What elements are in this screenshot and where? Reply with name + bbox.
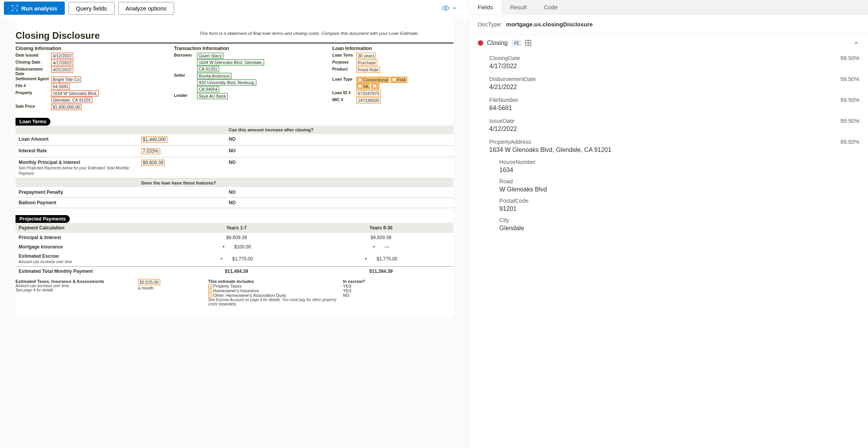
field-key: PropertyAddress <box>489 139 531 145</box>
inescrow-1: YES <box>343 284 392 288</box>
document-preview-pane: Run analysis Query fields Analyze option… <box>0 0 469 448</box>
subfield-row[interactable]: CityGlendale <box>469 215 868 234</box>
status-dot-icon <box>478 40 483 46</box>
borrower-addr2: CA 91201 <box>197 66 219 72</box>
eye-icon <box>442 5 450 11</box>
pi-label: Principal & Interest <box>16 233 164 242</box>
loan-purpose-value: Purchase <box>356 60 377 66</box>
mpi-label: Monthly Principal & Interest <box>19 160 80 165</box>
group-name: Closing <box>487 40 508 47</box>
lender-label: Lender <box>174 93 197 98</box>
closing-date-value: 4/17/2022 <box>51 60 73 66</box>
group-closing[interactable]: Closing #1 <box>469 34 868 52</box>
file-value: 64-5681 <box>51 83 70 90</box>
field-confidence: 99.50% <box>840 55 859 61</box>
transaction-info-heading: Transaction Information <box>174 46 328 51</box>
chevron-up-icon <box>853 40 859 46</box>
tabs: Fields Result Code <box>469 0 868 15</box>
field-value: 4/12/2022 <box>489 126 859 133</box>
loan-term-label: Loan Term <box>332 53 356 57</box>
mi-y1: $100.00 <box>234 244 251 250</box>
doc-note: This form is a statement of final loan t… <box>199 30 453 41</box>
subfield-row[interactable]: PostalCode91201 <box>469 195 868 215</box>
balloon-answer: NO <box>226 198 453 208</box>
subfield-row[interactable]: RoadW Glenoaks Blvd <box>469 176 868 195</box>
lender-value: Skye AU Bank <box>197 93 227 99</box>
field-confidence: 99.50% <box>840 139 859 145</box>
field-key: IssueDate <box>489 118 515 124</box>
taxes-per: a month <box>138 286 154 290</box>
terms-question: Can this amount increase after closing? <box>226 126 453 134</box>
scan-icon <box>11 5 18 12</box>
chevron-down-icon <box>452 5 457 11</box>
mi-label: Mortgage Insurance <box>16 242 164 252</box>
interest-rate-value: 7.033% <box>141 148 160 154</box>
pi-y1: $9,609.39 <box>164 233 309 242</box>
payment-calc-heading: Payment Calculation <box>16 223 164 233</box>
subfield-value: 1634 <box>500 167 859 174</box>
query-fields-button[interactable]: Query fields <box>69 2 114 15</box>
mpi-value: $9,609.39 <box>141 160 165 166</box>
ee-note: Amount can increase over time <box>19 260 72 264</box>
balloon-label: Balloon Payment <box>16 198 138 208</box>
property-value-2: Glendale, CA 91201 <box>51 97 92 103</box>
loan-amount-value: $1,440,000 <box>141 136 168 143</box>
ee-y8: $1,775.00 <box>377 256 397 262</box>
field-value: 4/21/2022 <box>489 84 859 91</box>
projected-payments-table: Payment CalculationYears 1-7Years 8-30 P… <box>16 223 453 276</box>
date-issued-label: Date Issued <box>16 53 51 57</box>
tab-result[interactable]: Result <box>502 0 536 14</box>
field-confidence: 99.50% <box>840 97 859 103</box>
run-analysis-button[interactable]: Run analysis <box>4 2 65 15</box>
loan-terms-table: Can this amount increase after closing? … <box>16 126 453 208</box>
inescrow-2: YES <box>343 288 392 293</box>
subfield-row[interactable]: HouseNumber1634 <box>469 157 868 176</box>
field-row[interactable]: IssueDate99.50%4/12/2022 <box>469 115 868 136</box>
property-value-1: 1634 W Glenoaks Blvd, <box>51 90 99 96</box>
seller-addr2: CA 94954 <box>197 86 219 92</box>
borrower-name: Gwen Stacy <box>197 53 223 59</box>
loan-id-value: 672047875 <box>356 90 381 96</box>
loan-product-label: Product <box>332 67 356 71</box>
doctype-key: DocType: <box>478 21 502 28</box>
closing-info-heading: Closing Information <box>16 46 170 51</box>
ee-label: Estimated Escrow <box>19 253 59 259</box>
loan-type-va: VA <box>363 84 368 89</box>
field-row[interactable]: FileNumber99.50%64-5681 <box>469 94 868 115</box>
et-y8: $11,384.39 <box>309 267 453 276</box>
doc-title: Closing Disclosure <box>16 30 199 41</box>
file-label: File # <box>16 83 51 88</box>
interest-rate-answer: NO <box>226 146 453 157</box>
prepay-answer: NO <box>226 187 453 198</box>
taxes-value: $2,525.00 <box>138 279 160 285</box>
mi-y8: — <box>385 244 389 250</box>
table-icon <box>525 40 531 46</box>
subfield-value: W Glenoaks Blvd <box>500 186 859 193</box>
svg-point-0 <box>444 7 446 9</box>
mpi-answer: NO <box>226 157 453 179</box>
taxes-label: Estimated Taxes, Insurance & Assessments <box>16 279 138 284</box>
analyze-options-button[interactable]: Analyze options <box>118 2 174 15</box>
subfield-key: PostalCode <box>500 198 859 204</box>
loan-id-label: Loan ID # <box>332 90 356 95</box>
tab-code[interactable]: Code <box>535 0 566 14</box>
borrower-addr1: 1634 W Glenoaks Blvd, Glendale, <box>197 59 264 65</box>
loan-product-value: Fixed Rate <box>356 67 380 73</box>
settlement-value: Bright Title Co <box>51 76 81 83</box>
include-1: Property Taxes <box>213 284 242 288</box>
include-3: Other: Homeowner's Association Dues <box>213 293 286 298</box>
results-pane: Fields Result Code DocType: mortgage.us.… <box>469 0 868 448</box>
tab-fields[interactable]: Fields <box>469 0 502 14</box>
ee-y1: $1,775.00 <box>232 256 253 262</box>
field-key: ClosingDate <box>489 55 520 61</box>
field-row[interactable]: DisbursementDate99.50%4/21/2022 <box>469 73 868 94</box>
loan-type-label: Loan Type <box>332 77 356 81</box>
seller-addr1: 920 University Blvd, Rexburg, <box>197 79 256 86</box>
results-scroll[interactable]: DocType: mortgage.us.closingDisclosure C… <box>469 15 868 448</box>
group-badge: #1 <box>512 40 521 46</box>
field-row[interactable]: ClosingDate99.50%4/17/2022 <box>469 52 868 73</box>
subfield-key: Road <box>500 178 859 184</box>
field-row[interactable]: PropertyAddress99.50%1634 W Glenoaks Blv… <box>469 136 868 157</box>
taxes-note1: Amount can increase over time <box>16 284 138 288</box>
preview-toggle[interactable] <box>442 5 457 11</box>
